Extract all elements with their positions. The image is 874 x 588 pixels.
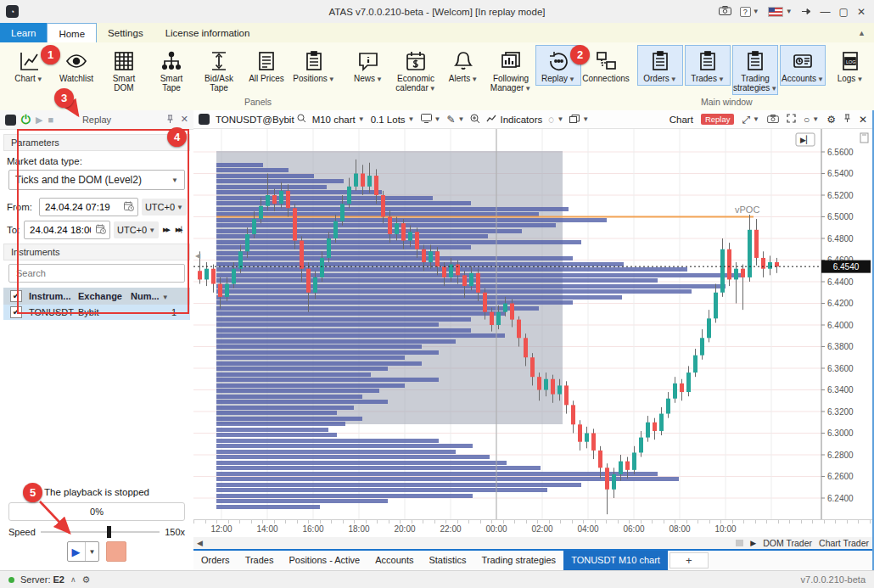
calendar-clock-icon[interactable] [124,201,134,213]
indicators-button[interactable]: Indicators [486,115,542,125]
play-icon[interactable]: ▶ [68,546,85,557]
play-options-caret-icon[interactable]: ▼ [85,542,99,561]
from-utc-select[interactable]: UTC+0▼ [142,199,187,216]
fullscreen-icon[interactable] [787,114,796,125]
pin-panel-icon[interactable] [166,115,174,126]
price-tick-label: 6.2800 [827,451,854,460]
ribbon-button-orders[interactable]: Orders▼ [637,45,683,86]
to-date-field[interactable] [24,221,110,239]
ribbon-button-trades[interactable]: Trades▼ [685,45,731,86]
volume-profile-bar [216,455,490,459]
tab-home[interactable]: Home [47,23,97,42]
ribbon-button-economic-calendar[interactable]: Economic calendar▼ [393,45,439,95]
from-date-field[interactable] [39,198,138,216]
maximize-button[interactable]: ▢ [839,7,849,17]
ribbon-button-watchlist[interactable]: Watchlist [53,45,99,85]
window-layout[interactable]: ▼ [569,115,589,125]
instrument-search-field[interactable] [8,264,185,283]
camera-icon[interactable] [767,115,779,125]
dom-trader-button[interactable]: DOM Trader [763,538,812,548]
settings-gear-icon[interactable]: ⚙ [82,574,91,585]
volume-profile-bar [216,450,456,454]
timeframe-selector[interactable]: M10 chart▼ [312,115,365,125]
close-panel-icon[interactable]: ✕ [181,115,188,126]
help-menu[interactable]: ?▼ [740,7,759,17]
ribbon-button-connections[interactable]: Connections [583,45,629,85]
to-utc-select[interactable]: UTC+0▼ [114,221,159,238]
speed-slider-handle[interactable] [107,526,111,538]
tab-license-information[interactable]: License information [154,23,261,42]
volume-profile-bar [216,433,337,437]
ribbon-button-chart[interactable]: Chart▼1 [6,45,52,86]
close-panel-icon[interactable]: ✕ [859,115,867,125]
speed-slider[interactable] [41,531,160,533]
market-data-type-select[interactable]: Ticks and the DOM (Level2) ▼ [8,170,185,190]
row-checkbox[interactable]: ✔ [10,306,22,318]
select-all-checkbox[interactable]: ✔ [10,290,22,302]
scroll-right-icon[interactable]: ▶ [750,539,756,547]
play-button-combo[interactable]: ▶ ▼ [67,541,100,562]
ribbon-button-positions[interactable]: Positions▼ [291,45,337,86]
ribbon-button-trading-strategies[interactable]: Trading strategies▼ [732,45,778,95]
add-tab-button[interactable]: + [670,552,709,568]
instrument-search-input[interactable] [14,267,179,279]
drawing-tools[interactable]: ✎▼ [446,115,464,125]
ribbon-button-news[interactable]: News▼ [345,45,391,86]
server-collapse-icon[interactable]: ∧ [70,575,76,584]
search-icon[interactable] [297,114,306,125]
chart-scrollbar[interactable]: ◀ ▶ DOM Trader Chart Trader [193,537,872,549]
candle-body [591,434,596,451]
language-menu[interactable]: ▼ [768,7,793,17]
scroll-left-hint-icon[interactable]: ◀ [195,252,201,260]
scroll-left-icon[interactable]: ◀ [197,539,203,547]
calendar-clock-icon[interactable] [96,224,106,236]
instruments-table-header[interactable]: ✔ Instrum... Exchange Num... ▼ [3,288,190,305]
gear-icon[interactable]: ⚙ [826,115,836,125]
volume-profile-bar [216,339,456,344]
from-date-input[interactable] [43,201,118,213]
tab-learn[interactable]: Learn [0,23,47,42]
bottom-tab-accounts[interactable]: Accounts [367,551,421,570]
scroll-thumb[interactable] [736,540,743,546]
screenshot-camera-icon[interactable] [719,6,731,17]
bottom-tab-positions-active[interactable]: Positions - Active [281,551,367,570]
stop-button[interactable] [106,541,126,562]
ribbon-collapse-chevron-icon[interactable]: ▲ [858,23,874,42]
bottom-tab-active-tonusdt-m10-chart[interactable]: TONUSDT M10 chart [563,551,668,570]
clusters-mode[interactable]: ◌▼ [548,115,563,125]
bottom-tab-trades[interactable]: Trades [238,551,282,570]
volume-profile-bar [216,207,569,211]
step-forward-icon[interactable]: ▶▶ [162,225,171,235]
bottom-tab-trading-strategies[interactable]: Trading strategies [473,551,563,570]
dom-trader-toggle[interactable]: ▼ [421,114,441,125]
candle-body [693,356,698,372]
minimize-button[interactable]: — [821,7,831,17]
ribbon-button-bid-ask-tape[interactable]: Bid/Ask Tape [196,45,242,94]
scale-mode[interactable]: ⤢▼ [742,115,759,125]
chart-style[interactable]: ○▼ [804,115,819,125]
pin-window-icon[interactable] [801,7,812,17]
to-date-input[interactable] [28,224,92,236]
ribbon-button-following-manager[interactable]: Following Manager▼ [488,45,534,95]
chart-plot[interactable]: vPOC6.56006.54006.52006.50006.48006.4600… [193,129,872,519]
ribbon-button-smart-dom[interactable]: Smart DOM [101,45,147,94]
pin-panel-icon[interactable] [843,114,851,125]
ribbon-button-replay[interactable]: Replay▼2 [535,45,581,86]
playback-progress-bar[interactable]: 0% [8,502,185,521]
ribbon-button-alerts[interactable]: Alerts▼ [440,45,486,86]
ribbon-button-smart-tape[interactable]: Smart Tape [148,45,194,94]
tab-settings[interactable]: Settings [97,23,154,42]
bottom-tab-statistics[interactable]: Statistics [421,551,473,570]
bottom-tab-orders[interactable]: Orders [193,551,238,570]
close-button[interactable]: ✕ [857,7,866,17]
instrument-row-tonusdt[interactable]: ✔ TONUSDT Bybit 1 [3,305,190,320]
ribbon-button-accounts[interactable]: Accounts▼ [780,45,826,86]
ribbon-button-all-prices[interactable]: All Prices [244,45,289,85]
time-axis[interactable]: 12:0014:0016:0018:0020:0022:0000:0002:00… [193,519,872,537]
zoom-in-icon[interactable] [470,114,480,126]
symbol-selector[interactable]: TONUSDT@Bybit [216,114,306,125]
skip-to-end-icon[interactable]: ▶▶▏ [175,225,187,235]
lots-selector[interactable]: 0.1 Lots▼ [371,115,415,125]
chart-trader-button[interactable]: Chart Trader [819,538,869,548]
ribbon-button-logs[interactable]: LOGLogs▼ [827,45,873,86]
